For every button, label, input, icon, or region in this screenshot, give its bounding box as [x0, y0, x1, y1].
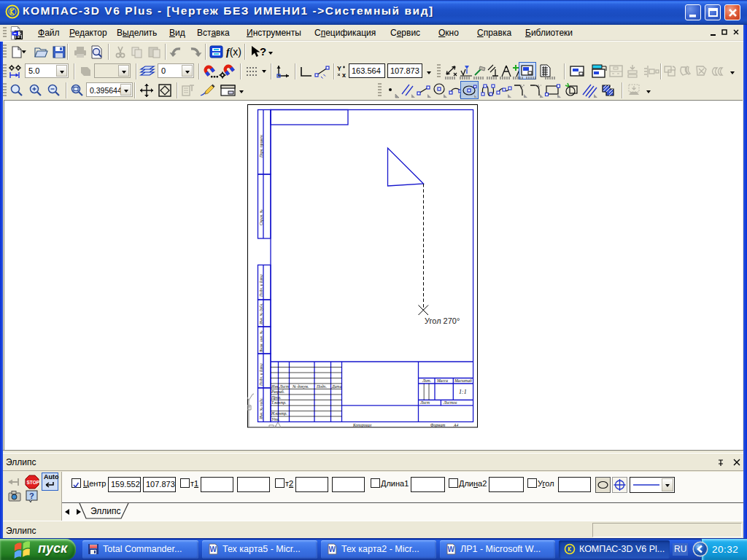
svg-text:Масштаб: Масштаб [454, 378, 472, 383]
svg-text:Справ. №: Справ. № [259, 209, 263, 225]
svg-text:W: W [329, 545, 336, 553]
svg-text:Утв.: Утв. [271, 417, 280, 421]
svg-text:STOP: STOP [27, 480, 40, 485]
svg-text:№ докум.: № докум. [292, 384, 309, 389]
svg-text:x: x [342, 71, 346, 79]
svg-text:W: W [448, 545, 455, 553]
svg-text:Лист: Лист [279, 384, 289, 389]
svg-text:А4: А4 [453, 423, 458, 427]
svg-text:Взам. инв. №: Взам. инв. № [259, 330, 263, 352]
svg-text:Y: Y [337, 65, 341, 72]
svg-text:Подп.: Подп. [316, 384, 327, 389]
svg-text:Формат: Формат [430, 423, 445, 427]
svg-text:?: ? [260, 45, 266, 58]
svg-text:Инв. № дубл.: Инв. № дубл. [259, 303, 263, 325]
svg-text:Подп. и дата: Подп. и дата [259, 363, 263, 386]
svg-text:Перв. примен.: Перв. примен. [259, 134, 263, 158]
svg-text:Листов: Листов [443, 400, 457, 405]
svg-text:Пров.: Пров. [271, 395, 281, 400]
svg-text:Т.контр.: Т.контр. [271, 400, 286, 405]
svg-text:Лит.: Лит. [422, 378, 431, 383]
svg-text:Н.контр.: Н.контр. [271, 411, 287, 416]
svg-text:Изм.: Изм. [271, 384, 279, 389]
svg-text:Лист: Лист [419, 400, 430, 405]
svg-text:Дата: Дата [331, 384, 341, 389]
svg-text:Эллипс: Эллипс [90, 506, 120, 516]
svg-text:Копировал: Копировал [352, 423, 372, 427]
svg-text:Подп. и дата: Подп. и дата [259, 274, 263, 298]
svg-text:Угол 270°: Угол 270° [425, 316, 460, 325]
svg-text:Инв. № подл.: Инв. № подл. [259, 397, 263, 420]
svg-text:Разраб.: Разраб. [271, 389, 285, 394]
svg-text:?: ? [29, 491, 34, 500]
svg-text:W: W [210, 545, 217, 553]
svg-text:1:1: 1:1 [459, 389, 467, 395]
svg-text:Масса: Масса [436, 378, 448, 383]
